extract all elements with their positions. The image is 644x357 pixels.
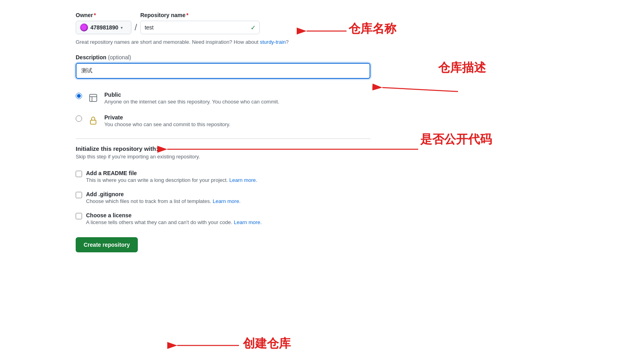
description-label: Description (optional) (76, 54, 402, 60)
checkbox-readme-text: Add a README file This is where you can … (86, 170, 257, 183)
repo-name-field-group: Repository name* ✓ (140, 12, 260, 34)
repo-name-label-text: Repository name (140, 12, 186, 18)
owner-required-star: * (94, 12, 96, 18)
page-container: Owner* (0, 0, 644, 357)
radio-public-desc: Anyone on the internet can see this repo… (104, 99, 279, 105)
repo-name-required-star: * (186, 12, 188, 18)
owner-chevron-icon: ▾ (121, 25, 123, 30)
svg-rect-2 (90, 120, 96, 124)
checkbox-readme-desc: This is where you can write a long descr… (86, 177, 257, 183)
owner-dropdown[interactable]: 478981890 ▾ (76, 21, 131, 34)
radio-public[interactable] (76, 93, 82, 99)
owner-avatar (80, 23, 88, 31)
description-label-text: Description (76, 54, 106, 60)
init-subtitle: Skip this step if you're importing an ex… (76, 154, 402, 160)
suggestion-text: Great repository names are short and mem… (76, 38, 402, 46)
owner-label-text: Owner (76, 12, 93, 18)
public-icon (87, 92, 100, 104)
create-repository-button[interactable]: Create repository (76, 237, 138, 252)
radio-private[interactable] (76, 115, 82, 122)
owner-repo-row: Owner* (76, 12, 402, 34)
gitignore-learn-more-link[interactable]: Learn more. (213, 198, 241, 204)
annotation-create-text: 创建仓库 (243, 337, 291, 350)
radio-private-desc: You choose who can see and commit to thi… (104, 121, 231, 127)
suggestion-before: Great repository names are short and mem… (76, 39, 260, 45)
repo-name-input-wrapper: ✓ (140, 21, 260, 34)
checkbox-readme-input[interactable] (76, 171, 82, 177)
owner-name: 478981890 (90, 24, 118, 31)
checkbox-gitignore-title: Add .gitignore (86, 191, 241, 197)
repo-name-input[interactable] (140, 21, 260, 34)
checkbox-gitignore-input[interactable] (76, 192, 82, 198)
checkbox-gitignore: Add .gitignore Choose which files not to… (76, 187, 370, 208)
repo-name-label: Repository name* (140, 12, 260, 18)
svg-point-0 (81, 25, 87, 30)
annotation-visibility: 是否公开代码 (420, 131, 492, 148)
section-divider (76, 139, 370, 139)
checkbox-gitignore-text: Add .gitignore Choose which files not to… (86, 191, 241, 204)
checkbox-gitignore-desc: Choose which files not to track from a l… (86, 198, 241, 204)
readme-learn-more-link[interactable]: Learn more. (229, 177, 257, 183)
annotation-description: 仓库描述 (438, 60, 486, 76)
radio-public-text: Public Anyone on the internet can see th… (104, 92, 279, 105)
init-title: Initialize this repository with: (76, 145, 402, 152)
checkbox-license-title: Choose a license (86, 212, 262, 218)
owner-label: Owner* (76, 12, 131, 18)
check-icon: ✓ (251, 24, 256, 31)
private-icon (87, 114, 100, 127)
checkbox-license-text: Choose a license A license tells others … (86, 212, 262, 225)
checkbox-license: Choose a license A license tells others … (76, 208, 370, 229)
radio-private-text: Private You choose who can see and commi… (104, 114, 231, 127)
annotation-create: 创建仓库 (243, 336, 291, 352)
checkbox-readme-title: Add a README file (86, 170, 257, 176)
initialize-section: Initialize this repository with: Skip th… (76, 145, 402, 229)
form-area: Owner* (76, 0, 402, 260)
owner-field-group: Owner* (76, 12, 131, 34)
license-learn-more-link[interactable]: Learn more. (234, 219, 262, 225)
checkbox-license-desc: A license tells others what they can and… (86, 219, 262, 225)
slash-divider: / (135, 22, 137, 34)
description-optional-text: (optional) (108, 54, 131, 60)
radio-private-title: Private (104, 114, 231, 121)
suggestion-after: ? (286, 39, 289, 45)
suggestion-link[interactable]: sturdy-train (260, 39, 286, 45)
visibility-radio-group: Public Anyone on the internet can see th… (76, 87, 370, 132)
annotation-visibility-text: 是否公开代码 (420, 133, 492, 146)
checkbox-readme: Add a README file This is where you can … (76, 166, 370, 187)
svg-rect-1 (90, 94, 97, 101)
checkbox-group: Add a README file This is where you can … (76, 166, 370, 229)
description-input[interactable] (76, 63, 370, 79)
annotation-description-text: 仓库描述 (438, 61, 486, 74)
checkbox-license-input[interactable] (76, 213, 82, 219)
radio-option-public: Public Anyone on the internet can see th… (76, 87, 370, 109)
radio-option-private: Private You choose who can see and commi… (76, 109, 370, 132)
radio-public-title: Public (104, 92, 279, 98)
